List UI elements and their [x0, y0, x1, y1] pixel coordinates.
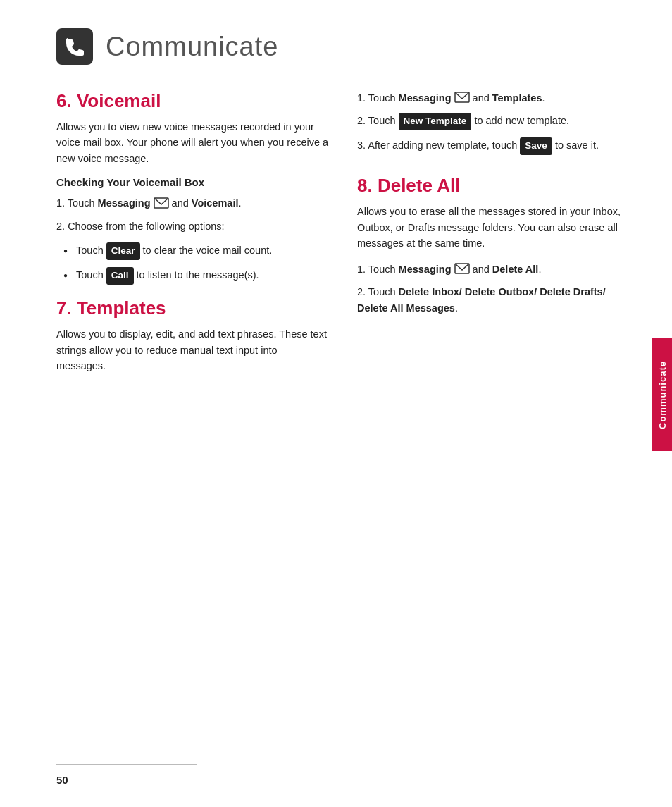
template-step1: 1. Touch Messaging and Templates.: [357, 90, 630, 106]
page-number: 50: [56, 774, 68, 786]
new-template-button: New Template: [399, 113, 472, 130]
section7-title: 7. Templates: [56, 297, 329, 319]
messaging-icon-3: [454, 263, 470, 276]
templates-num-list: 1. Touch Messaging and Templates. 2. Tou…: [357, 90, 630, 155]
communicate-icon: [56, 28, 93, 65]
clear-button: Clear: [106, 242, 140, 260]
section-delete-all: 8. Delete All Allows you to erase all th…: [357, 175, 630, 316]
section6-intro: Allows you to view new voice messages re…: [56, 119, 329, 166]
page-header: Communicate: [56, 28, 630, 65]
save-button: Save: [520, 137, 552, 155]
voicemail-options: Touch Clear to clear the voice mail coun…: [63, 242, 329, 285]
bullet-call: Touch Call to listen to the message(s).: [63, 267, 329, 285]
side-tab-label: Communicate: [657, 361, 668, 429]
bottom-divider: [56, 764, 197, 765]
section8-intro: Allows you to erase all the messages sto…: [357, 204, 630, 251]
section-voicemail: 6. Voicemail Allows you to view new voic…: [56, 90, 329, 285]
step1-voicemail: Voicemail: [192, 197, 239, 209]
delete-all-steps: 1. Touch Messaging and Delete All. 2. To…: [357, 261, 630, 316]
section6-title: 6. Voicemail: [56, 90, 329, 112]
delete-step2: 2. Touch Delete Inbox/ Delete Outbox/ De…: [357, 284, 630, 316]
left-column: 6. Voicemail Allows you to view new voic…: [56, 90, 329, 384]
section-templates: 7. Templates Allows you to display, edit…: [56, 297, 329, 374]
right-column: 1. Touch Messaging and Templates. 2. Tou…: [357, 90, 630, 384]
voicemail-subheading: Checking Your Voicemail Box: [56, 176, 329, 188]
template-step3: 3. After adding new template, touch Save…: [357, 137, 630, 155]
template-step2: 2. Touch New Template to add new templat…: [357, 113, 630, 130]
bullet-clear: Touch Clear to clear the voice mail coun…: [63, 242, 329, 260]
messaging-icon-1: [154, 197, 169, 210]
page-title: Communicate: [106, 32, 278, 62]
step1-messaging: Messaging: [98, 197, 151, 209]
delete-step1: 1. Touch Messaging and Delete All.: [357, 261, 630, 277]
section7-intro: Allows you to display, edit, and add tex…: [56, 326, 329, 374]
step1-prefix: 1. Touch: [56, 197, 98, 209]
main-content: 6. Voicemail Allows you to view new voic…: [56, 90, 630, 384]
step1-and: and: [172, 197, 192, 209]
side-tab: Communicate: [652, 338, 672, 451]
voicemail-steps: 1. Touch Messaging and Voicemail. 2. Cho…: [56, 195, 329, 234]
messaging-icon-2: [454, 92, 470, 104]
call-button: Call: [106, 267, 134, 285]
voicemail-step1: 1. Touch Messaging and Voicemail.: [56, 195, 329, 211]
voicemail-step2: 2. Choose from the following options:: [56, 218, 329, 234]
templates-steps: 1. Touch Messaging and Templates. 2. Tou…: [357, 90, 630, 155]
section8-title: 8. Delete All: [357, 175, 630, 197]
